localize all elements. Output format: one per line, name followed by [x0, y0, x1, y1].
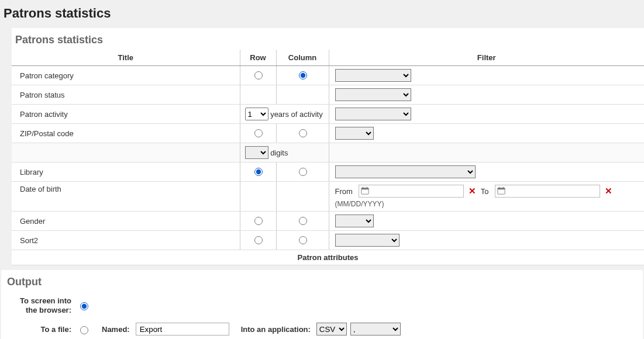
- patron-attributes-separator: Patron attributes: [12, 250, 644, 265]
- filter-status[interactable]: [335, 88, 411, 101]
- row-status: Patron status: [12, 85, 644, 105]
- label-activity: Patron activity: [12, 105, 240, 124]
- named-label: Named:: [102, 325, 130, 334]
- app-label: Into an application:: [241, 325, 311, 334]
- stats-card: Patrons statistics Title Row Column Filt…: [12, 28, 644, 265]
- radio-sort2-row[interactable]: [254, 236, 263, 244]
- radio-sort2-column[interactable]: [299, 236, 307, 244]
- row-library: Library: [12, 162, 644, 182]
- radio-zip-column[interactable]: [299, 129, 307, 137]
- stats-table: Title Row Column Filter Patron category …: [12, 50, 644, 265]
- output-file-label: To a file:: [7, 325, 77, 334]
- label-sort2: Sort2: [12, 231, 240, 250]
- row-zip-digits: digits: [12, 143, 644, 162]
- row-gender: Gender: [12, 212, 644, 231]
- zip-digits-suffix: digits: [270, 148, 288, 157]
- row-activity: Patron activity 1 years of activity: [12, 105, 644, 124]
- filter-gender[interactable]: [335, 215, 374, 227]
- dob-to-input[interactable]: [495, 185, 600, 198]
- label-category: Patron category: [12, 66, 240, 85]
- label-dob: Date of birth: [12, 182, 240, 212]
- col-header-column: Column: [276, 50, 329, 66]
- filter-library[interactable]: [335, 165, 476, 178]
- page-title: Patrons statistics: [0, 0, 644, 28]
- app-select[interactable]: CSV: [316, 323, 347, 335]
- dob-hint: (MM/DD/YYYY): [335, 198, 640, 208]
- select-activity-years[interactable]: 1: [245, 108, 268, 120]
- label-status: Patron status: [12, 85, 240, 105]
- card-title: Patrons statistics: [12, 33, 644, 50]
- radio-category-column[interactable]: [299, 71, 307, 79]
- radio-library-column[interactable]: [299, 168, 307, 176]
- output-screen-label: To screen into the browser:: [7, 296, 77, 314]
- radio-gender-column[interactable]: [299, 217, 307, 225]
- dob-to-clear[interactable]: ✕: [605, 186, 612, 196]
- named-input[interactable]: [136, 323, 229, 335]
- label-library: Library: [12, 162, 240, 182]
- delimiter-select[interactable]: ,: [350, 323, 401, 335]
- filter-zip[interactable]: [335, 127, 374, 140]
- radio-output-file[interactable]: [80, 326, 88, 334]
- col-header-row: Row: [240, 50, 276, 66]
- col-header-title: Title: [12, 50, 240, 66]
- radio-gender-row[interactable]: [254, 217, 263, 225]
- output-screen-row: To screen into the browser:: [7, 294, 637, 320]
- row-dob: Date of birth From ✕ To: [12, 182, 644, 212]
- output-title: Output: [7, 274, 637, 294]
- select-zip-digits[interactable]: [245, 146, 268, 159]
- col-header-filter: Filter: [329, 50, 644, 66]
- dob-from-clear[interactable]: ✕: [469, 186, 476, 196]
- filter-sort2[interactable]: [335, 234, 400, 247]
- filter-activity[interactable]: [335, 108, 411, 120]
- filter-category[interactable]: [335, 69, 411, 82]
- label-zip: ZIP/Postal code: [12, 124, 240, 143]
- label-gender: Gender: [12, 212, 240, 231]
- output-file-row: To a file: Named: Into an application: C…: [7, 320, 637, 339]
- row-sort2: Sort2: [12, 231, 644, 250]
- radio-library-row[interactable]: [254, 168, 263, 176]
- dob-from-input[interactable]: [359, 185, 464, 198]
- row-zip: ZIP/Postal code: [12, 124, 644, 143]
- radio-output-screen[interactable]: [80, 302, 88, 310]
- activity-years-suffix: years of activity: [270, 110, 323, 119]
- radio-category-row[interactable]: [254, 71, 263, 79]
- radio-zip-row[interactable]: [254, 129, 263, 137]
- dob-from-label: From: [335, 187, 353, 196]
- row-category: Patron category: [12, 66, 644, 85]
- output-card: Output To screen into the browser: To a …: [1, 270, 643, 339]
- dob-to-label: To: [481, 187, 489, 196]
